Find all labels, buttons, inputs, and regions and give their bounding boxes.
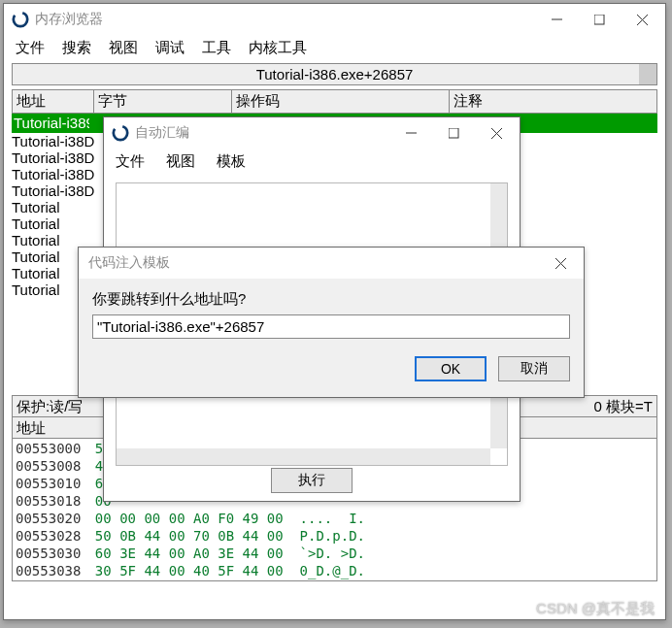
app-icon	[112, 124, 129, 142]
hscrollbar[interactable]	[117, 448, 490, 465]
dialog-title-bar[interactable]: 代码注入模板	[79, 248, 584, 279]
menu-kernel[interactable]: 内核工具	[249, 39, 307, 57]
col-address[interactable]: 地址	[12, 89, 93, 114]
svg-rect-2	[594, 15, 604, 24]
auto-title-bar[interactable]: 自动汇编	[104, 117, 520, 149]
close-button[interactable]	[475, 118, 518, 148]
maximize-button[interactable]	[432, 118, 475, 148]
menu-file[interactable]: 文件	[16, 39, 45, 57]
svg-point-5	[114, 126, 127, 140]
menu-view[interactable]: 视图	[109, 39, 138, 57]
menu-tools[interactable]: 工具	[202, 39, 231, 57]
watermark: CSDN @真不是我	[536, 600, 655, 618]
auto-menu-bar: 文件 视图 模板	[104, 149, 520, 177]
window-title: 内存浏览器	[35, 11, 103, 28]
menu-template[interactable]: 模板	[217, 152, 246, 171]
inject-dialog: 代码注入模板 你要跳转到什么地址吗? OK 取消	[78, 247, 585, 398]
execute-button[interactable]: 执行	[271, 468, 353, 493]
dialog-title: 代码注入模板	[88, 254, 170, 272]
minimize-button[interactable]	[535, 5, 578, 34]
hex-col-address[interactable]: 地址	[17, 419, 46, 436]
module-label: 0 模块=T	[594, 398, 653, 416]
main-title-bar[interactable]: 内存浏览器	[4, 4, 665, 35]
main-menu-bar: 文件 搜索 视图 调试 工具 内核工具	[4, 35, 665, 63]
col-opcode[interactable]: 操作码	[231, 89, 449, 114]
close-button[interactable]	[621, 5, 663, 34]
menu-debug[interactable]: 调试	[155, 39, 185, 57]
window-title: 自动汇编	[135, 124, 189, 142]
banner-address: Tutorial-i386.exe+26857	[12, 63, 657, 85]
svg-rect-7	[449, 128, 458, 138]
grid-header: 地址 字节 操作码 注释	[12, 89, 657, 114]
dialog-question: 你要跳转到什么地址吗?	[92, 290, 570, 309]
svg-point-0	[14, 13, 27, 26]
address-input[interactable]	[92, 314, 570, 339]
dialog-body: 你要跳转到什么地址吗? OK 取消	[79, 279, 584, 397]
menu-search[interactable]: 搜索	[62, 39, 91, 57]
col-comment[interactable]: 注释	[449, 89, 657, 114]
minimize-button[interactable]	[389, 118, 432, 148]
maximize-button[interactable]	[578, 5, 621, 34]
cancel-button[interactable]: 取消	[498, 356, 570, 381]
col-bytes[interactable]: 字节	[93, 89, 231, 114]
protection-label: 保护:读/写	[17, 398, 83, 414]
ok-button[interactable]: OK	[415, 356, 487, 381]
close-button[interactable]	[539, 248, 582, 278]
menu-view[interactable]: 视图	[166, 152, 195, 171]
menu-file[interactable]: 文件	[116, 152, 145, 171]
app-icon	[12, 11, 29, 28]
